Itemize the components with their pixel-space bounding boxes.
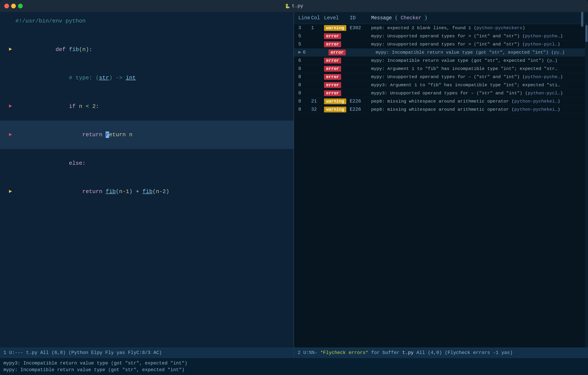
- code-text: return fib(n-1) + fib(n-2): [15, 177, 169, 206]
- cell-message: mypy3: Argument 1 to "fib" has incompati…: [371, 83, 581, 88]
- errors-scrollbar[interactable]: [585, 24, 588, 348]
- main-content: #!/usr/bin/env python ► def fib(n):: [0, 12, 588, 348]
- code-text: [15, 26, 19, 35]
- cell-level: error: [324, 82, 350, 88]
- cell-line: 5: [298, 42, 311, 47]
- cell-line: 8: [298, 66, 311, 71]
- traffic-lights: [4, 4, 23, 8]
- cell-level: warning: [324, 99, 350, 104]
- cell-level: error: [324, 74, 350, 80]
- cell-message: mypy: Unsupported operand types for > ("…: [371, 42, 581, 47]
- badge-error: error: [324, 90, 341, 96]
- table-row[interactable]: 8 error mypy: Argument 1 to "fib" has in…: [294, 65, 585, 73]
- col-message-header: Message ( Checker ): [371, 15, 581, 21]
- cell-id: E302: [350, 25, 371, 31]
- line-gutter-arrow: ►: [4, 45, 12, 54]
- cell-line: 8: [298, 74, 311, 80]
- maximize-button[interactable]: [18, 4, 23, 8]
- flycheck-buf: t.py: [402, 350, 414, 355]
- cell-level: warning: [324, 25, 350, 31]
- table-row[interactable]: 3 1 warning E302 pep8: expected 2 blank …: [294, 24, 585, 32]
- minibuffer: mypy3: Incompatible return value type (g…: [0, 358, 588, 375]
- table-row[interactable]: 5 error mypy: Unsupported operand types …: [294, 40, 585, 48]
- window-title: 🐍 t.py: [285, 3, 303, 9]
- minibuffer-line-1: mypy3: Incompatible return value type (g…: [3, 361, 585, 366]
- cell-line: 8: [298, 90, 311, 96]
- badge-warning: warning: [324, 107, 346, 112]
- cell-level: error: [324, 42, 350, 47]
- minibuffer-line-2: mypy: Incompatible return value type (go…: [3, 367, 585, 373]
- message-label: Message: [371, 15, 395, 21]
- selection-indicator: ►: [298, 50, 301, 55]
- cell-message: mypy: Incompatible return value type (go…: [376, 50, 581, 55]
- cell-message: mypy: Incompatible return value type (go…: [371, 58, 581, 63]
- errors-status-bar: 2 U:%%- *Flycheck errors* for buffer t.p…: [294, 348, 588, 358]
- minimize-button[interactable]: [11, 4, 16, 8]
- badge-error: error: [324, 74, 341, 80]
- buffer-num: 2 U:%%-: [298, 350, 320, 355]
- cell-id: E226: [350, 107, 371, 112]
- code-line-return-n: ► return return n: [0, 121, 294, 149]
- paren-open: (: [395, 15, 398, 21]
- cell-message: pep8: missing whitespace around arithmet…: [371, 107, 581, 112]
- col-id-header: ID: [350, 15, 371, 21]
- table-row[interactable]: 6 error mypy: Incompatible return value …: [294, 57, 585, 65]
- code-text: def fib(n):: [15, 35, 92, 64]
- code-text: if n < 2:: [15, 92, 99, 121]
- badge-warning: warning: [324, 25, 346, 31]
- badge-warning: warning: [324, 99, 346, 104]
- editor-content[interactable]: #!/usr/bin/env python ► def fib(n):: [0, 12, 294, 348]
- flycheck-for: for buffer: [371, 350, 402, 355]
- errors-rows: 3 1 warning E302 pep8: expected 2 blank …: [294, 24, 585, 348]
- badge-error: error: [328, 50, 346, 55]
- flycheck-pos: All (4,0) (Flycheck errors -1 yas): [417, 350, 513, 355]
- code-text: # type: (str) -> int: [15, 64, 136, 92]
- close-button[interactable]: [4, 4, 9, 8]
- cell-message: mypy: Unsupported operand types for – ("…: [371, 75, 581, 79]
- flycheck-star: *Flycheck errors*: [320, 350, 368, 355]
- cell-level: error: [324, 33, 350, 39]
- table-row[interactable]: 8 21 warning E226 pep8: missing whitespa…: [294, 97, 585, 106]
- badge-error: error: [324, 82, 341, 88]
- paren-close: ): [424, 15, 427, 21]
- code-text: return return n: [15, 121, 132, 149]
- table-row[interactable]: ► 6 error mypy: Incompatible return valu…: [294, 48, 585, 57]
- cell-id: E226: [350, 99, 371, 104]
- cell-message: mypy: Unsupported operand types for > ("…: [371, 34, 581, 39]
- code-line-if: ► if n < 2:: [0, 92, 294, 121]
- table-row[interactable]: 5 error mypy: Unsupported operand types …: [294, 32, 585, 40]
- badge-error: error: [324, 41, 341, 47]
- cell-level: error: [324, 90, 350, 96]
- errors-status-text: 2 U:%%- *Flycheck errors* for buffer t.p…: [298, 350, 513, 355]
- cell-level: error: [328, 50, 354, 55]
- col-level-header: Level: [324, 15, 350, 21]
- cell-level: warning: [324, 107, 350, 112]
- code-line-shebang: #!/usr/bin/env python: [0, 16, 294, 26]
- cell-message: pep8: missing whitespace around arithmet…: [371, 99, 581, 104]
- editor-status-bar: 1 U:--- t.py All (6,8) (Python Elpy Fly …: [0, 348, 294, 358]
- line-gutter-arrow: ►: [4, 131, 12, 139]
- table-row[interactable]: 8 error mypy3: Unsupported operand types…: [294, 89, 585, 97]
- editor-pane[interactable]: #!/usr/bin/env python ► def fib(n):: [0, 12, 294, 348]
- cell-line: 6: [298, 58, 311, 63]
- table-row[interactable]: 8 error mypy3: Argument 1 to "fib" has i…: [294, 81, 585, 89]
- checker-name: Checker: [401, 15, 421, 21]
- cell-line: 8: [298, 107, 311, 112]
- cell-line: 8: [298, 99, 311, 104]
- file-icon: 🐍: [285, 3, 290, 9]
- errors-pane: Line Col Level ID Message ( Checker ): [294, 12, 588, 348]
- line-gutter-arrow: ►: [4, 187, 12, 196]
- errors-table-body: 3 1 warning E302 pep8: expected 2 blank …: [294, 24, 588, 348]
- table-row[interactable]: 8 error mypy: Unsupported operand types …: [294, 73, 585, 81]
- cell-level: error: [324, 66, 350, 71]
- table-row[interactable]: 8 32 warning E226 pep8: missing whitespa…: [294, 106, 585, 114]
- cell-message: pep8: expected 2 blank lines, found 1 (p…: [371, 25, 581, 31]
- status-bars-row: 1 U:--- t.py All (6,8) (Python Elpy Fly …: [0, 348, 588, 358]
- badge-error: error: [324, 33, 341, 39]
- scrollbar-thumb: [585, 25, 588, 42]
- editor-status-text: 1 U:--- t.py All (6,8) (Python Elpy Fly …: [3, 350, 162, 355]
- cell-line: 6: [303, 50, 316, 55]
- main-window: 🐍 t.py #!/usr/bin/env python ►: [0, 0, 588, 375]
- code-line-type-comment: # type: (str) -> int: [0, 64, 294, 92]
- line-gutter-arrow: ►: [4, 102, 12, 111]
